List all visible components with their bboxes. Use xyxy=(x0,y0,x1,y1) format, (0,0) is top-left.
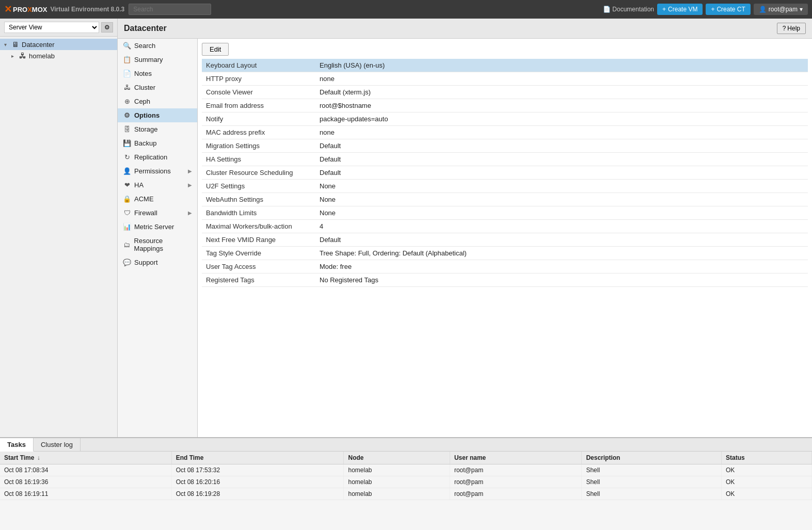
nav-item-ceph[interactable]: ⊕ Ceph xyxy=(118,94,197,108)
table-row[interactable]: Migration SettingsDefault xyxy=(202,139,808,153)
table-row[interactable]: Console ViewerDefault (xterm.js) xyxy=(202,86,808,99)
nav-label: Summary xyxy=(134,56,163,63)
option-key: HTTP proxy xyxy=(202,72,315,86)
nav-label: Replication xyxy=(134,153,167,161)
option-value: None xyxy=(315,180,808,193)
nav-item-replication[interactable]: ↻ Replication xyxy=(118,150,197,164)
support-icon: 💬 xyxy=(123,259,131,266)
options-icon: ⚙ xyxy=(123,111,131,119)
column-header-node[interactable]: Node xyxy=(344,452,450,464)
table-row[interactable]: Email from addressroot@$hostname xyxy=(202,99,808,113)
nav-item-cluster[interactable]: 🖧 Cluster xyxy=(118,81,197,94)
table-row[interactable]: U2F SettingsNone xyxy=(202,180,808,193)
nav-item-search[interactable]: 🔍 Search xyxy=(118,39,197,53)
user-icon: 👤 xyxy=(759,6,767,13)
table-row: Oct 08 17:08:34Oct 08 17:53:32homelabroo… xyxy=(0,464,812,476)
nav-item-backup[interactable]: 💾 Backup xyxy=(118,136,197,150)
table-row: Oct 08 16:19:36Oct 08 16:20:16homelabroo… xyxy=(0,476,812,488)
nav-item-options[interactable]: ⚙ Options xyxy=(118,108,197,122)
column-header-user-name[interactable]: User name xyxy=(450,452,581,464)
edit-button[interactable]: Edit xyxy=(202,43,229,56)
option-value: Tree Shape: Full, Ordering: Default (Alp… xyxy=(315,247,808,260)
topbar-search-input[interactable] xyxy=(129,4,211,15)
tree-item-homelab[interactable]: ▸ 🖧 homelab xyxy=(0,50,117,61)
option-value: None xyxy=(315,206,808,220)
table-row[interactable]: Cluster Resource SchedulingDefault xyxy=(202,166,808,180)
table-cell: root@pam xyxy=(450,488,581,500)
table-row[interactable]: MAC address prefixnone xyxy=(202,126,808,139)
column-header-start-time[interactable]: Start Time ↓ xyxy=(0,452,171,464)
table-row[interactable]: Next Free VMID RangeDefault xyxy=(202,233,808,247)
nav-item-summary[interactable]: 📋 Summary xyxy=(118,53,197,67)
table-cell: Shell xyxy=(582,488,722,500)
nav-item-notes[interactable]: 📄 Notes xyxy=(118,67,197,81)
column-header-end-time[interactable]: End Time xyxy=(171,452,344,464)
server-view-select[interactable]: Server View xyxy=(4,22,99,33)
resource-mappings-icon: 🗂 xyxy=(123,241,131,249)
logo-x-icon: ✕ xyxy=(4,4,12,15)
option-value: Default xyxy=(315,139,808,153)
nav-label: ACME xyxy=(134,195,154,203)
gear-icon: ⚙ xyxy=(104,24,110,31)
nav-label: Ceph xyxy=(134,98,150,105)
option-key: Maximal Workers/bulk-action xyxy=(202,220,315,233)
table-row[interactable]: Maximal Workers/bulk-action4 xyxy=(202,220,808,233)
table-cell: Oct 08 17:08:34 xyxy=(0,464,171,476)
metric-server-icon: 📊 xyxy=(123,223,131,231)
nav-item-metric-server[interactable]: 📊 Metric Server xyxy=(118,220,197,234)
table-row[interactable]: HA SettingsDefault xyxy=(202,153,808,166)
table-cell: OK xyxy=(721,464,811,476)
nav-item-support[interactable]: 💬 Support xyxy=(118,255,197,269)
nav-label: Search xyxy=(134,42,155,50)
cluster-icon: 🖧 xyxy=(123,84,131,91)
user-menu-button[interactable]: 👤 root@pam ▾ xyxy=(754,4,808,15)
create-ct-button[interactable]: + Create CT xyxy=(706,4,750,15)
nav-label: Options xyxy=(134,111,160,119)
nav-label: Support xyxy=(134,259,158,266)
table-cell: Oct 08 16:19:36 xyxy=(0,476,171,488)
plus-icon: + xyxy=(711,6,714,13)
column-header-status[interactable]: Status xyxy=(721,452,811,464)
option-key: Tag Style Override xyxy=(202,247,315,260)
tree-arrow-icon: ▸ xyxy=(11,53,17,59)
nav-item-permissions[interactable]: 👤 Permissions ▶ xyxy=(118,164,197,178)
table-row[interactable]: Registered TagsNo Registered Tags xyxy=(202,274,808,287)
table-row[interactable]: Notifypackage-updates=auto xyxy=(202,113,808,126)
bottom-tab-tasks[interactable]: Tasks xyxy=(0,438,34,452)
option-key: MAC address prefix xyxy=(202,126,315,139)
nav-item-firewall[interactable]: 🛡 Firewall ▶ xyxy=(118,206,197,220)
help-button[interactable]: ? Help xyxy=(777,23,806,34)
plus-icon: + xyxy=(662,6,666,13)
homelab-label: homelab xyxy=(29,52,55,60)
table-row[interactable]: User Tag AccessMode: free xyxy=(202,260,808,274)
backup-icon: 💾 xyxy=(123,139,131,147)
table-row: Oct 08 16:19:11Oct 08 16:19:28homelabroo… xyxy=(0,488,812,500)
option-key: Console Viewer xyxy=(202,86,315,99)
tree-item-datacenter[interactable]: ▾ 🖥 Datacenter xyxy=(0,39,117,50)
table-cell: Shell xyxy=(582,464,722,476)
nav-item-storage[interactable]: 🗄 Storage xyxy=(118,122,197,136)
table-cell: Oct 08 16:20:16 xyxy=(171,476,344,488)
tree-arrow-icon: ▾ xyxy=(4,42,9,47)
chevron-right-icon: ▶ xyxy=(188,210,192,216)
table-row[interactable]: Keyboard LayoutEnglish (USA) (en-us) xyxy=(202,59,808,72)
option-value: Default xyxy=(315,153,808,166)
table-row[interactable]: HTTP proxynone xyxy=(202,72,808,86)
datacenter-icon: 🖥 xyxy=(12,40,19,49)
table-row[interactable]: Tag Style OverrideTree Shape: Full, Orde… xyxy=(202,247,808,260)
documentation-button[interactable]: 📄 Documentation xyxy=(603,6,654,13)
column-header-description[interactable]: Description xyxy=(582,452,722,464)
options-table: Keyboard LayoutEnglish (USA) (en-us)HTTP… xyxy=(202,59,808,287)
bottom-tab-cluster-log[interactable]: Cluster log xyxy=(34,438,81,451)
node-icon: 🖧 xyxy=(19,52,26,60)
table-row[interactable]: Bandwidth LimitsNone xyxy=(202,206,808,220)
nav-label: Firewall xyxy=(134,209,157,217)
datacenter-label: Datacenter xyxy=(22,41,55,49)
nav-item-ha[interactable]: ❤ HA ▶ xyxy=(118,178,197,192)
nav-item-resource-mappings[interactable]: 🗂 Resource Mappings xyxy=(118,234,197,255)
sidebar-settings-button[interactable]: ⚙ xyxy=(101,22,113,33)
nav-item-acme[interactable]: 🔒 ACME xyxy=(118,192,197,206)
create-vm-button[interactable]: + Create VM xyxy=(657,4,703,15)
firewall-icon: 🛡 xyxy=(123,209,131,217)
table-row[interactable]: WebAuthn SettingsNone xyxy=(202,193,808,206)
